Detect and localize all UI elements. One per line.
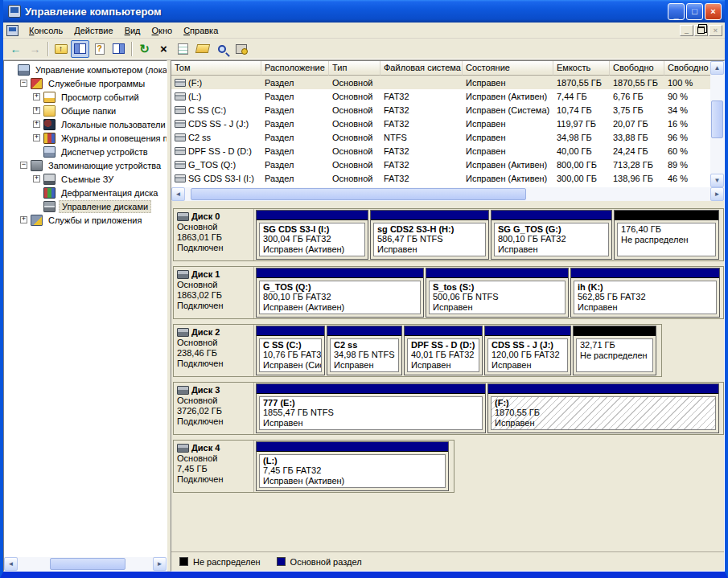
find-button[interactable] [212, 40, 231, 58]
column-header-1[interactable]: Том [171, 61, 261, 76]
tree-item[interactable]: Диспетчер устройств [4, 145, 167, 158]
scroll-right-icon[interactable]: ► [153, 557, 167, 571]
partition[interactable]: (F:)1870,55 ГБИсправен [487, 383, 719, 433]
tree-item[interactable]: +Локальные пользователи [4, 117, 167, 131]
partition[interactable]: DPF SS - D (D:)40,01 ГБ FAT32Исправен [404, 326, 483, 375]
partition[interactable]: ih (K:)562,85 ГБ FAT32Исправен [570, 268, 720, 318]
export-button[interactable] [232, 40, 250, 58]
minimize-button[interactable]: _ [668, 3, 685, 20]
partition-status: Исправен (Активен) [263, 302, 417, 313]
volume-row[interactable]: (L:)РазделОсновнойFAT32Исправен (Активен… [171, 89, 710, 103]
expand-icon[interactable]: + [33, 93, 40, 100]
partition[interactable]: CDS SS - J (J:)120,00 ГБ FAT32Исправен [484, 326, 571, 375]
expand-icon[interactable]: + [33, 134, 40, 141]
disk-detail: Подключен [177, 301, 250, 311]
collapse-icon[interactable]: − [20, 162, 27, 169]
open-button[interactable] [193, 40, 212, 58]
tree-item[interactable]: +Общие папки [4, 104, 167, 117]
scrollbar-thumb[interactable] [711, 100, 723, 138]
expand-icon[interactable]: + [20, 216, 27, 223]
partition[interactable]: G_TOS (Q:)800,10 ГБ FAT32Исправен (Актив… [256, 268, 424, 318]
volume-vertical-scrollbar[interactable]: ▲ ▼ [710, 61, 724, 187]
properties-button[interactable] [174, 40, 192, 58]
scroll-right-icon[interactable]: ► [710, 187, 724, 201]
column-header-3[interactable]: Тип [329, 61, 380, 76]
tree-item[interactable]: −Служебные программы [4, 76, 167, 90]
column-header-7[interactable]: Свободно [610, 61, 664, 76]
partition[interactable]: C2 ss34,98 ГБ NTFSИсправен [327, 326, 402, 375]
partition[interactable]: 777 (E:)1855,47 ГБ NTFSИсправен [256, 383, 486, 433]
menu-3[interactable]: Вид [119, 24, 146, 37]
up-button[interactable]: ↑ [51, 40, 70, 58]
disk-detail: Основной [177, 338, 250, 348]
collapse-icon[interactable]: − [20, 80, 27, 87]
expand-icon[interactable]: + [33, 175, 40, 182]
disk-info-3[interactable]: Диск 3Основной3726,02 ГБПодключен [174, 383, 254, 434]
volume-cell: Раздел [261, 105, 329, 116]
partition[interactable]: 176,40 ГБНе распределен [614, 210, 719, 260]
menu-1[interactable]: Консоль [23, 24, 68, 37]
column-header-4[interactable]: Файловая система [380, 61, 463, 76]
volume-horizontal-scrollbar[interactable]: ◄ ► [171, 187, 724, 201]
mdi-restore-button[interactable] [694, 25, 708, 36]
column-header-8[interactable]: Свободно % [664, 61, 710, 76]
disk-info-2[interactable]: Диск 2Основной238,46 ГБПодключен [174, 325, 254, 376]
volume-row[interactable]: CDS SS - J (J:)РазделОсновнойFAT32Исправ… [171, 117, 710, 130]
disk-name-text: Диск 3 [191, 385, 220, 395]
volume-cell: Раздел [261, 77, 329, 88]
partition-status: Исправен [578, 302, 713, 313]
forward-button[interactable]: → [26, 40, 44, 58]
disk-info-4[interactable]: Диск 4Основной7,45 ГБПодключен [174, 441, 254, 492]
menu-5[interactable]: Справка [178, 24, 224, 37]
volume-row[interactable]: G_TOS (Q:)РазделОсновнойFAT32Исправен (А… [171, 158, 710, 171]
menu-2[interactable]: Действие [68, 24, 118, 37]
volume-row[interactable]: DPF SS - D (D:)РазделОсновнойFAT32Исправ… [171, 144, 710, 158]
expand-icon[interactable]: + [33, 107, 40, 114]
scroll-left-icon[interactable]: ◄ [4, 557, 18, 571]
column-header-6[interactable]: Емкость [553, 61, 610, 76]
close-button[interactable]: × [705, 3, 722, 20]
tree-item[interactable]: Управление компьютером (локаль [4, 63, 167, 76]
partition[interactable]: C SS (C:)10,76 ГБ FAT32Исправен (Система… [256, 326, 325, 375]
partition[interactable]: SG CDS S3-I (I:)300,04 ГБ FAT32Исправен … [256, 210, 368, 260]
volume-row[interactable]: C2 ssРазделОсновнойNTFSИсправен34,98 ГБ3… [171, 130, 710, 144]
partition[interactable]: sg CDS2 S3-H (H:)586,47 ГБ NTFSИсправен [370, 210, 489, 260]
refresh-button[interactable]: ↻ [135, 40, 154, 58]
partition[interactable]: SG G_TOS (G:)800,10 ГБ FAT32Исправен [491, 210, 612, 260]
scrollbar-thumb[interactable] [50, 558, 125, 570]
tree-item[interactable]: Управление дисками [4, 199, 167, 213]
volume-cell: Исправен (Активен) [463, 159, 553, 170]
back-button[interactable]: ← [6, 40, 25, 58]
scrollbar-thumb[interactable] [191, 188, 527, 200]
tree-item[interactable]: Дефрагментация диска [4, 186, 167, 199]
tree-item[interactable]: +Просмотр событий [4, 90, 167, 104]
column-header-2[interactable]: Расположение [261, 61, 329, 76]
tree-item[interactable]: +Журналы и оповещения пр [4, 131, 167, 145]
column-header-5[interactable]: Состояние [463, 61, 553, 76]
disk-info-1[interactable]: Диск 1Основной1863,02 ГБПодключен [174, 267, 254, 318]
show-panel-button[interactable] [109, 40, 128, 58]
partition[interactable]: (L:)7,45 ГБ FAT32Исправен (Активен) [256, 441, 449, 491]
scroll-down-icon[interactable]: ▼ [710, 174, 724, 187]
mdi-close-button[interactable]: × [709, 25, 722, 36]
delete-button[interactable]: × [154, 40, 173, 58]
help-button[interactable]: ? [90, 40, 109, 58]
maximize-button[interactable]: □ [686, 3, 703, 20]
volume-row[interactable]: SG CDS S3-I (I:)РазделОсновнойFAT32Испра… [171, 171, 710, 185]
partition[interactable]: S_tos (S:)500,06 ГБ NTFSИсправен [426, 268, 569, 318]
scroll-up-icon[interactable]: ▲ [710, 61, 724, 75]
scroll-left-icon[interactable]: ◄ [171, 187, 185, 201]
menu-4[interactable]: Окно [146, 24, 179, 37]
expand-icon[interactable]: + [33, 121, 40, 128]
volume-row[interactable]: C SS (C:)РазделОсновнойFAT32Исправен (Си… [171, 103, 710, 117]
partition[interactable]: 32,71 ГБНе распределен [573, 326, 656, 375]
volume-row[interactable]: (F:)РазделОсновнойИсправен1870,55 ГБ1870… [171, 76, 710, 89]
disk-info-0[interactable]: Диск 0Основной1863,01 ГБПодключен [174, 209, 254, 260]
tree-item[interactable]: −Запоминающие устройства [4, 158, 167, 172]
partition-size: 800,10 ГБ FAT32 [263, 292, 417, 302]
show-tree-button[interactable] [71, 40, 89, 58]
tree-item[interactable]: +Съемные ЗУ [4, 172, 167, 186]
mdi-minimize-button[interactable]: _ [680, 25, 693, 36]
tree-horizontal-scrollbar[interactable]: ◄ ► [4, 557, 167, 571]
tree-item[interactable]: +Службы и приложения [4, 213, 167, 227]
